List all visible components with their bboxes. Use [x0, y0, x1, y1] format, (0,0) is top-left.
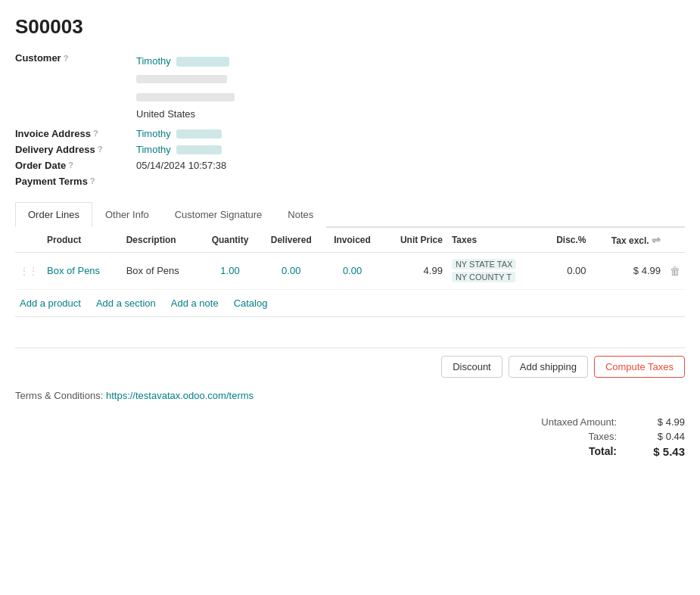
page-title: S00003	[15, 15, 685, 39]
add-section-link[interactable]: Add a section	[96, 298, 156, 309]
terms-link[interactable]: https://testavatax.odoo.com/terms	[106, 390, 254, 401]
taxes-row: Taxes: $ 0.44	[518, 431, 685, 442]
cell-quantity[interactable]: 1.00	[201, 252, 259, 289]
delivery-address-value[interactable]: Timothy	[136, 144, 222, 155]
untaxed-value: $ 4.99	[632, 416, 685, 428]
add-note-link[interactable]: Add a note	[171, 298, 219, 309]
cell-taxes[interactable]: NY STATE TAX NY COUNTY T	[447, 252, 541, 289]
customer-value: Timothy United States	[136, 52, 235, 123]
tab-order-lines[interactable]: Order Lines	[15, 202, 92, 228]
order-date-label: Order Date ?	[15, 160, 136, 171]
invoice-address-value[interactable]: Timothy	[136, 128, 222, 139]
delivery-address-label: Delivery Address ?	[15, 144, 136, 155]
delete-row-button[interactable]: 🗑	[670, 265, 680, 277]
order-table: Product Description Quantity Delivered I…	[15, 228, 685, 290]
col-tax-excl: Tax excl. ⇌	[591, 228, 665, 253]
compute-taxes-button[interactable]: Compute Taxes	[594, 356, 685, 378]
tab-notes[interactable]: Notes	[275, 202, 326, 228]
add-shipping-button[interactable]: Add shipping	[509, 356, 588, 378]
cell-invoiced[interactable]: 0.00	[323, 252, 381, 289]
payment-terms-help-icon[interactable]: ?	[90, 176, 95, 185]
customer-name[interactable]: Timothy	[136, 55, 229, 67]
col-disc-pct: Disc.%	[541, 228, 590, 253]
order-date-help-icon[interactable]: ?	[68, 160, 73, 170]
catalog-link[interactable]: Catalog	[234, 298, 268, 309]
untaxed-label: Untaxed Amount:	[518, 416, 617, 428]
action-buttons-bar: Discount Add shipping Compute Taxes	[15, 356, 685, 378]
col-product: Product	[42, 228, 122, 253]
delivery-address-row: Delivery Address ? Timothy	[15, 144, 685, 155]
invoice-address-help-icon[interactable]: ?	[93, 129, 98, 138]
untaxed-row: Untaxed Amount: $ 4.99	[518, 416, 685, 428]
order-lines-section: Product Description Quantity Delivered I…	[15, 228, 685, 317]
delivery-address-help-icon[interactable]: ?	[98, 145, 103, 154]
totals-section: Untaxed Amount: $ 4.99 Taxes: $ 0.44 Tot…	[15, 416, 685, 458]
grand-total-row: Total: $ 5.43	[518, 445, 685, 458]
taxes-label: Taxes:	[518, 431, 617, 442]
add-links-bar: Add a product Add a section Add a note C…	[15, 290, 685, 317]
add-product-link[interactable]: Add a product	[20, 298, 81, 309]
col-unit-price: Unit Price	[381, 228, 447, 253]
tabs-bar: Order Lines Other Info Customer Signatur…	[15, 202, 685, 228]
terms-line: Terms & Conditions: https://testavatax.o…	[15, 390, 685, 401]
cell-unit-price[interactable]: 4.99	[381, 252, 447, 289]
cell-product[interactable]: Box of Pens	[42, 252, 122, 289]
form-section: Customer ? Timothy United States Invoice…	[15, 52, 685, 187]
taxes-value: $ 0.44	[632, 431, 685, 442]
col-delivered: Delivered	[260, 228, 323, 253]
payment-terms-row: Payment Terms ?	[15, 176, 685, 187]
tax-badge-county: NY COUNTY T	[452, 272, 515, 282]
table-row: ⋮⋮ Box of Pens Box of Pens 1.00 0.00 0.0…	[15, 252, 685, 289]
grand-total-label: Total:	[518, 445, 617, 457]
divider	[15, 347, 685, 348]
cell-disc-pct[interactable]: 0.00	[541, 252, 590, 289]
customer-address-line1	[136, 70, 235, 87]
tax-badge-state: NY STATE TAX	[452, 259, 516, 269]
col-invoiced: Invoiced	[323, 228, 381, 253]
customer-label: Customer ?	[15, 52, 136, 64]
tab-other-info[interactable]: Other Info	[92, 202, 162, 228]
col-taxes: Taxes	[447, 228, 541, 253]
col-quantity: Quantity	[201, 228, 259, 253]
order-date-value[interactable]: 05/14/2024 10:57:38	[136, 160, 226, 171]
cell-description[interactable]: Box of Pens	[122, 252, 201, 289]
grand-total-value: $ 5.43	[632, 445, 685, 458]
column-settings-icon[interactable]: ⇌	[652, 234, 661, 246]
customer-row: Customer ? Timothy United States	[15, 52, 685, 123]
order-date-row: Order Date ? 05/14/2024 10:57:38	[15, 160, 685, 171]
discount-button[interactable]: Discount	[441, 356, 502, 378]
payment-terms-label: Payment Terms ?	[15, 176, 136, 187]
cell-delivered[interactable]: 0.00	[260, 252, 323, 289]
tab-customer-signature[interactable]: Customer Signature	[162, 202, 275, 228]
customer-address-line2	[136, 88, 235, 105]
customer-help-icon[interactable]: ?	[64, 54, 69, 63]
customer-country: United States	[136, 105, 235, 123]
cell-tax-excl: $ 4.99	[591, 252, 665, 289]
col-description: Description	[122, 228, 201, 253]
drag-handle[interactable]: ⋮⋮	[20, 266, 38, 276]
invoice-address-row: Invoice Address ? Timothy	[15, 128, 685, 139]
invoice-address-label: Invoice Address ?	[15, 128, 136, 139]
